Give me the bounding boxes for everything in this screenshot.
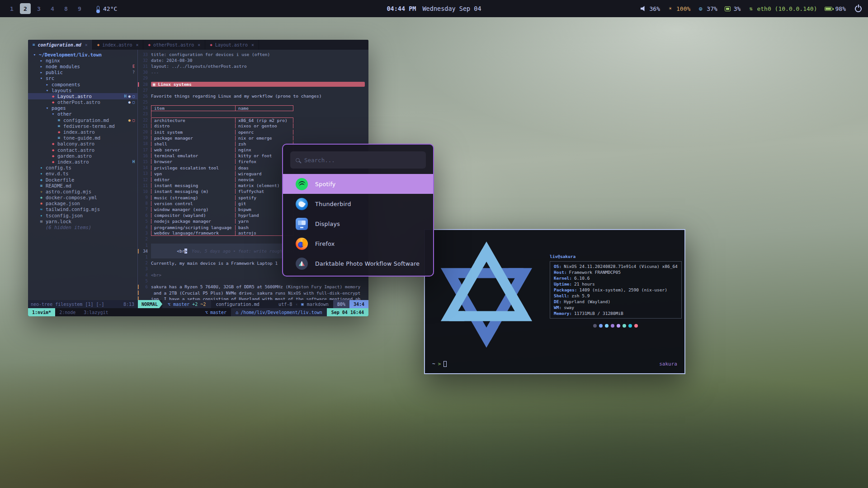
tree-item[interactable]: ◆ otherPost.astro ●▢ [28,99,137,105]
search-icon [296,158,300,162]
workspace-button[interactable]: 4 [47,3,58,14]
buffer-tabline: ≡ configuration.md × ◆ index.astro × ◆ o… [28,40,368,50]
system-module[interactable]: 36% [641,5,660,12]
tree-item[interactable]: ≡ tone-guide.md [28,135,137,141]
tree-item[interactable]: ◆ index.astro [28,129,137,135]
power-icon[interactable] [855,5,862,12]
tree-item-markers: H●▢ [124,94,135,99]
editor-line: 29 [138,75,368,81]
file-encoding: utf-8 [278,302,292,307]
file-icon: ▾ [32,52,38,57]
app-icon [296,238,308,250]
app-icon [296,178,308,190]
editor-tab[interactable]: ≡ configuration.md × [28,40,93,50]
tree-item[interactable]: ▸ nginx [28,57,137,63]
tree-item[interactable]: ✦ config.ts [28,165,137,171]
tab-close-icon[interactable]: × [136,42,138,47]
system-module[interactable]: 37% [698,5,717,12]
tree-item[interactable]: ◆ Layout.astro H●▢ [28,93,137,99]
workspace-button[interactable]: 3 [33,3,44,14]
tree-item[interactable]: ◆ index.astro H [28,159,137,164]
tree-item[interactable]: ✱ package.json [28,201,137,206]
tree-item[interactable]: ▸ components [28,81,137,87]
system-info-box: OS: NixOS 24.11.20240828.71e91c4 (Vicuna… [550,261,682,319]
workspace-button[interactable]: 9 [74,3,85,14]
file-icon: ≡ [56,136,62,140]
launcher-item[interactable]: Displays [283,214,433,234]
tree-item[interactable]: ≡ README.md [28,183,137,188]
table-row: 19 package manager nix or emerge [138,135,368,141]
tree-item[interactable]: ≡ configuration.md ●▢ [28,117,137,123]
tree-item[interactable]: ⊠ yarn.lock [28,218,137,224]
editor-tab[interactable]: ◆ index.astro × [93,40,144,50]
launcher-item[interactable]: Spotify [283,174,433,194]
editor-tab[interactable]: ◆ otherPost.astro × [143,40,205,50]
file-icon: ◈ [38,178,44,182]
tree-item[interactable]: ≈ tailwind.config.mjs [28,206,137,212]
table-col-header: item [151,106,236,111]
file-icon: ✦ [38,213,44,218]
file-icon: ▾ [44,88,50,93]
tmux-window-tab[interactable]: 1:nvim* [28,308,55,316]
tree-item[interactable]: ◆ contact.astro [28,147,137,153]
tree-item[interactable]: ▾ src [28,75,137,81]
launcher-item[interactable]: Thunderbird [283,194,433,214]
tree-item[interactable]: ▾ other [28,111,137,117]
editor-tab[interactable]: ◆ Layout.astro × [205,40,259,50]
tree-marker: ● [128,94,131,99]
tree-item[interactable]: ▾ pages [28,105,137,111]
neotree-statusline: neo-tree filesystem [1] [-] 8:13 [28,300,138,308]
tmux-window-tab[interactable]: 3:lazygit [80,308,112,316]
tree-item[interactable]: ▸ public ? [28,70,137,75]
tree-item[interactable]: ✧ astro.config.mjs [28,188,137,194]
launcher-results: Spotify Thunderbird Displays Firefox Dar… [283,174,433,273]
tmux-window-tab[interactable]: 2:node [55,308,80,316]
frontmatter-and-heading: 33 title: configuration for devices i us… [138,52,368,105]
workspace-button[interactable]: 8 [61,3,71,14]
tree-item[interactable]: ◆ garden.astro [28,153,137,159]
tree-item[interactable]: ✦ env.d.ts [28,171,137,177]
tree-marker: H [132,160,135,164]
launcher-item[interactable]: Firefox [283,234,433,253]
info-line: Host: Framework FRANMDCP05 [554,269,678,275]
tree-item[interactable]: ◈ docker-compose.yml [28,195,137,201]
tree-item[interactable]: ✦ tsconfig.json [28,212,137,218]
tree-item[interactable]: ▾ ~/Development/liv.town [28,52,137,57]
editor-line: 25 [138,99,368,105]
file-icon: ▾ [38,76,44,80]
launcher-item[interactable]: Darktable Photo Workflow Software [283,253,433,273]
tree-item[interactable]: ◈ Dockerfile [28,177,137,183]
terminal-cursor [443,361,447,367]
tree-item[interactable]: ▸ node_modules E [28,63,137,69]
tree-item[interactable]: (6 hidden items) [28,224,137,230]
workspace-button[interactable]: 1 [6,3,17,14]
tree-item[interactable]: ▾ layouts [28,87,137,93]
system-module[interactable]: 3% [725,5,741,12]
tab-close-icon[interactable]: × [85,42,88,47]
launcher-search[interactable] [290,151,426,169]
file-icon: ◆ [50,100,56,104]
info-line: OS: NixOS 24.11.20240828.71e91c4 (Vicuna… [554,263,678,269]
file-icon: ✦ [38,165,44,170]
search-input[interactable] [304,157,420,164]
editor-line: 30 --- [138,70,368,75]
file-icon: ◆ [50,160,56,164]
info-line: Packages: 1409 (nix-system), 2590 (nix-u… [554,287,678,293]
workspace-button[interactable]: 2 [20,3,31,14]
tree-marker: E [132,64,135,69]
folder-icon: ⌂ [236,310,238,315]
system-module[interactable]: 98% [825,5,846,12]
tree-item[interactable]: ◆ balcony.astro [28,141,137,147]
info-line: Uptime: 21 hours [554,281,678,287]
system-module[interactable]: eth0 (10.0.0.140) [748,5,817,12]
shell-prompt[interactable]: ~ > [432,361,447,367]
tree-item[interactable]: ≡ fediverse-terms.md [28,123,137,129]
tab-close-icon[interactable]: × [251,42,254,47]
terminal-window[interactable]: liv@sakura OS: NixOS 24.11.20240828.71e9… [424,229,685,374]
terminal-color-palette [550,324,682,328]
system-module[interactable]: 100% [667,5,690,12]
tab-close-icon[interactable]: × [198,42,200,47]
tmux-statusbar: 1:nvim* 2:node 3:lazygit ⌥ master ⌂ /hom… [28,308,368,316]
editor-line: 33 title: configuration for devices i us… [138,52,368,57]
tmux-path-segment: ⌂ /home/liv/Development/liv.town [231,308,327,316]
